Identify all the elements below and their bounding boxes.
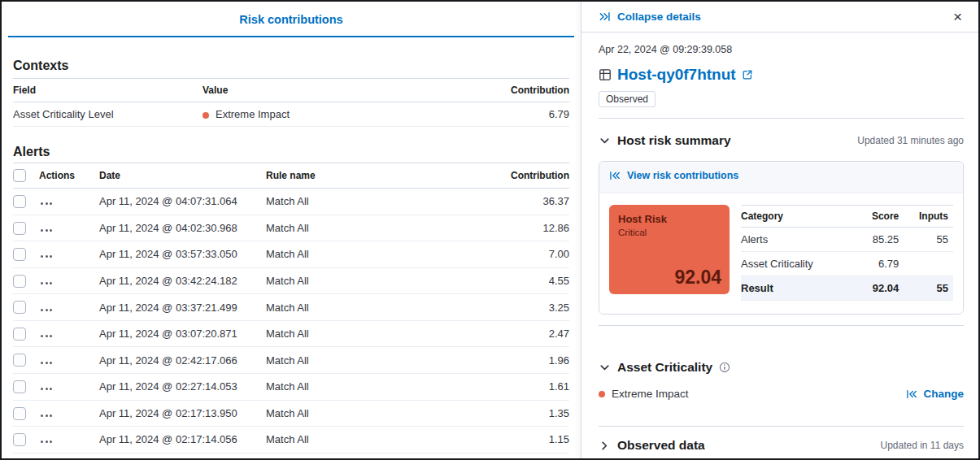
row-actions-button[interactable] — [39, 227, 54, 234]
alert-date: Apr 11, 2024 @ 02:42:17.066 — [99, 347, 266, 374]
row-checkbox[interactable] — [13, 195, 26, 208]
alert-rule-name: Match All — [266, 427, 464, 453]
row-checkbox[interactable] — [13, 301, 26, 314]
alerts-col-date: Date — [99, 163, 266, 189]
risk-inputs — [899, 252, 953, 276]
observed-data-updated: Updated in 11 days — [880, 440, 964, 451]
risk-card-title: Host Risk — [618, 213, 721, 225]
row-actions-button[interactable] — [39, 200, 54, 207]
table-row: Apr 11, 2024 @ 04:07:31.064 Match All 36… — [13, 189, 569, 215]
contexts-table: Field Value Contribution Asset Criticali… — [13, 78, 569, 127]
table-row: Apr 11, 2024 @ 03:42:24.182 Match All 4.… — [13, 267, 569, 294]
criticality-dot-icon — [203, 112, 209, 119]
alert-contribution: 7.00 — [464, 241, 569, 268]
row-checkbox[interactable] — [13, 222, 26, 235]
alert-contribution: 1.35 — [464, 400, 569, 427]
alerts-col-actions: Actions — [39, 163, 99, 189]
alerts-col-rule: Rule name — [266, 163, 464, 189]
row-checkbox[interactable] — [13, 380, 26, 393]
row-checkbox[interactable] — [13, 433, 26, 446]
alerts-table-body: Apr 11, 2024 @ 04:07:31.064 Match All 36… — [13, 189, 569, 453]
row-checkbox[interactable] — [13, 275, 26, 288]
close-icon[interactable]: × — [950, 7, 965, 26]
risk-col-inputs: Inputs — [899, 206, 953, 228]
divider — [599, 325, 964, 326]
row-actions-button[interactable] — [39, 412, 54, 419]
risk-inputs: 55 — [899, 228, 953, 252]
risk-summary-updated: Updated 31 minutes ago — [857, 135, 964, 146]
table-row: Apr 11, 2024 @ 02:42:17.066 Match All 1.… — [13, 347, 569, 374]
external-link-icon[interactable] — [742, 69, 753, 80]
expand-panel-icon — [609, 170, 621, 181]
row-actions-button[interactable] — [39, 306, 54, 314]
alert-date: Apr 11, 2024 @ 04:07:31.064 — [99, 189, 266, 215]
table-row: Apr 11, 2024 @ 02:17:13.950 Match All 1.… — [13, 400, 569, 427]
alert-contribution: 36.37 — [464, 189, 569, 215]
asset-criticality-header[interactable]: Asset Criticality — [599, 360, 964, 375]
row-checkbox[interactable] — [13, 248, 26, 261]
risk-panel-body: Host Risk Critical 92.04 Category Score … — [599, 193, 963, 314]
table-row: Alerts 85.25 55 — [741, 228, 953, 252]
risk-category: Alerts — [741, 228, 856, 252]
contexts-heading: Contexts — [13, 59, 569, 73]
risk-col-score: Score — [856, 206, 899, 228]
context-field: Asset Criticality Level — [13, 102, 203, 127]
row-actions-button[interactable] — [39, 280, 54, 287]
expand-panel-icon — [906, 388, 917, 400]
alert-rule-name: Match All — [266, 189, 464, 215]
row-actions-button[interactable] — [39, 438, 54, 445]
observed-data-header[interactable]: Observed data Updated in 11 days — [599, 438, 964, 453]
row-actions-button[interactable] — [39, 359, 54, 367]
chevron-right-icon[interactable] — [599, 440, 611, 452]
collapse-details-button[interactable]: Collapse details — [599, 11, 701, 23]
risk-score: 92.04 — [856, 276, 899, 301]
table-row: Apr 11, 2024 @ 03:37:21.499 Match All 3.… — [13, 294, 569, 321]
change-criticality-button[interactable]: Change — [906, 388, 964, 400]
host-risk-summary-header[interactable]: Host risk summary Updated 31 minutes ago — [599, 133, 964, 148]
alerts-table: Actions Date Rule name Contribution Apr … — [13, 163, 569, 453]
alert-rule-name: Match All — [266, 400, 464, 427]
row-checkbox[interactable] — [13, 328, 26, 341]
host-title-row: Host-qy0f7htnut — [599, 66, 964, 84]
row-actions-button[interactable] — [39, 253, 54, 260]
context-value: Extreme Impact — [203, 102, 464, 127]
risk-inputs: 55 — [899, 276, 953, 301]
table-row: Apr 11, 2024 @ 03:07:20.871 Match All 2.… — [13, 320, 569, 347]
alert-contribution: 2.47 — [464, 320, 569, 347]
chevron-down-icon[interactable] — [599, 362, 611, 374]
contexts-col-field: Field — [13, 79, 203, 102]
row-actions-button[interactable] — [39, 332, 54, 340]
risk-category: Asset Criticality — [741, 252, 856, 276]
risk-score: 6.79 — [856, 252, 899, 276]
alert-date: Apr 11, 2024 @ 04:02:30.968 — [99, 215, 266, 241]
row-checkbox[interactable] — [13, 407, 26, 420]
select-all-checkbox[interactable] — [13, 169, 26, 182]
row-actions-button[interactable] — [39, 385, 54, 393]
tab-risk-contributions[interactable]: Risk contributions — [239, 13, 342, 26]
asset-criticality-row: Extreme Impact Change — [599, 388, 964, 400]
info-icon[interactable] — [719, 362, 730, 373]
table-row: Apr 11, 2024 @ 04:02:30.968 Match All 12… — [13, 215, 569, 241]
details-flyout: Collapse details × Apr 22, 2024 @ 09:29:… — [581, 2, 978, 458]
alert-contribution: 1.15 — [464, 427, 569, 453]
chevron-down-icon[interactable] — [599, 135, 611, 147]
context-contribution: 6.79 — [464, 102, 569, 127]
table-row: Asset Criticality 6.79 — [741, 252, 953, 276]
alert-contribution: 1.96 — [464, 347, 569, 374]
alert-rule-name: Match All — [266, 215, 464, 241]
criticality-dot-icon — [599, 391, 605, 397]
host-risk-score-card: Host Risk Critical 92.04 — [609, 205, 730, 294]
table-row-result: Result 92.04 55 — [741, 276, 953, 301]
table-row: Apr 11, 2024 @ 03:57:33.050 Match All 7.… — [13, 241, 569, 268]
host-name-link[interactable]: Host-qy0f7htnut — [617, 66, 736, 84]
alert-rule-name: Match All — [266, 320, 464, 347]
contexts-col-value: Value — [203, 79, 464, 102]
table-row: Asset Criticality Level Extreme Impact 6… — [13, 102, 569, 127]
flyout-header: Collapse details × — [581, 2, 978, 33]
row-checkbox[interactable] — [13, 354, 26, 367]
view-risk-contributions-button[interactable]: View risk contributions — [609, 170, 738, 181]
risk-contributions-panel: Risk contributions Contexts Field Value … — [2, 2, 581, 458]
tab-bar: Risk contributions — [8, 2, 574, 37]
risk-col-category: Category — [741, 206, 856, 228]
alert-rule-name: Match All — [266, 267, 464, 294]
